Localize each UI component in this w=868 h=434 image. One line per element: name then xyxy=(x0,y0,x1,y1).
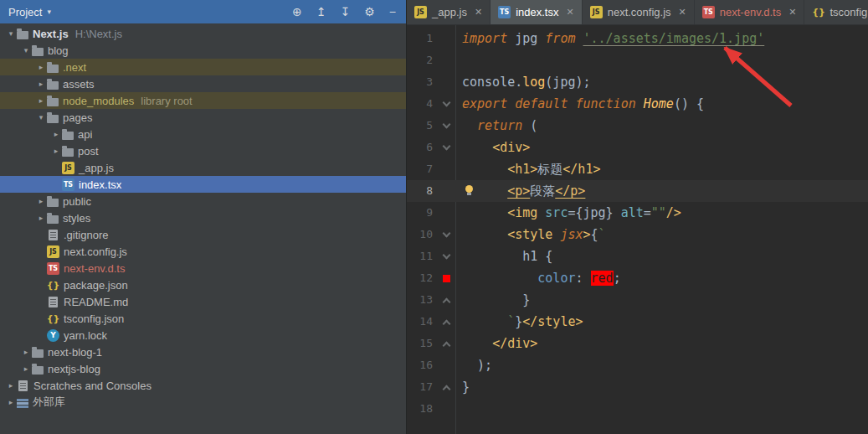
tab-next-env-d-ts[interactable]: TSnext-env.d.ts✕ xyxy=(695,0,805,24)
chevron-right-icon[interactable]: ▸ xyxy=(50,147,62,155)
code-text[interactable]: } xyxy=(455,289,868,311)
tree-item-index-tsx[interactable]: TSindex.tsx xyxy=(0,176,406,193)
locate-file-icon[interactable]: ⊕ xyxy=(292,6,302,18)
line-number[interactable]: 18 xyxy=(407,398,437,420)
tree-item-pages[interactable]: ▾pages xyxy=(0,109,406,126)
chevron-down-icon[interactable]: ▾ xyxy=(35,113,47,121)
fold-marker-icon[interactable] xyxy=(442,229,450,237)
tree-item-nextjs-blog[interactable]: ▸nextjs-blog xyxy=(0,360,406,377)
tree-item-blog[interactable]: ▾blog xyxy=(0,42,406,59)
tree-item-next-js[interactable]: ▾Next.jsH:\Next.js xyxy=(0,25,406,42)
code-text[interactable]: <style jsx>{` xyxy=(455,224,868,245)
fold-marker-icon[interactable] xyxy=(442,120,450,128)
line-number[interactable]: 7 xyxy=(407,158,437,180)
tab-app-js[interactable]: JS_app.js✕ xyxy=(407,0,490,24)
collapse-all-icon[interactable]: ↥ xyxy=(316,6,326,18)
code-text[interactable]: <img src={jpg} alt=""/> xyxy=(455,202,868,224)
tree-item-post[interactable]: ▸post xyxy=(0,142,406,159)
tree-item-node-modules[interactable]: ▸node_moduleslibrary root xyxy=(0,92,406,109)
chevron-right-icon[interactable]: ▸ xyxy=(5,398,17,406)
code-text[interactable]: ); xyxy=(455,354,868,376)
project-view-dropdown[interactable]: Project ▾ xyxy=(8,6,51,18)
code-editor[interactable]: 1import jpg from '../assets/images/1.jpg… xyxy=(407,25,868,434)
tree-item-yarn-lock[interactable]: Yyarn.lock xyxy=(0,327,406,344)
tree-item-app-js[interactable]: JS_app.js xyxy=(0,159,406,176)
code-text[interactable]: color: red; xyxy=(455,267,868,289)
tree-item-package-json[interactable]: {}package.json xyxy=(0,276,406,293)
code-text[interactable]: <p>段落</p> xyxy=(455,180,868,202)
fold-marker-icon[interactable] xyxy=(442,142,450,150)
close-tab-icon[interactable]: ✕ xyxy=(788,7,796,18)
line-number[interactable]: 8 xyxy=(407,180,437,202)
tree-item-api[interactable]: ▸api xyxy=(0,126,406,142)
code-text[interactable]: import jpg from '../assets/images/1.jpg' xyxy=(455,28,868,49)
chevron-right-icon[interactable]: ▸ xyxy=(35,96,47,105)
line-number[interactable]: 15 xyxy=(407,333,437,354)
tree-item-external-libraries[interactable]: ▸外部库 xyxy=(0,394,406,411)
tree-item-assets[interactable]: ▸assets xyxy=(0,75,406,92)
code-text[interactable]: <div> xyxy=(455,137,868,158)
close-tab-icon[interactable]: ✕ xyxy=(475,7,482,18)
code-text[interactable] xyxy=(455,49,868,71)
code-text[interactable]: export default function Home() { xyxy=(455,93,868,115)
tree-item-gitignore[interactable]: .gitignore xyxy=(0,226,406,243)
tab-index-tsx[interactable]: TSindex.tsx✕ xyxy=(490,0,583,24)
code-text[interactable]: </div> xyxy=(455,333,868,354)
line-number[interactable]: 9 xyxy=(407,202,437,224)
fold-marker-icon[interactable] xyxy=(442,297,450,306)
chevron-down-icon[interactable]: ▾ xyxy=(20,46,32,54)
chevron-right-icon[interactable]: ▸ xyxy=(50,130,62,138)
tree-item-next-env-d-ts[interactable]: TSnext-env.d.ts xyxy=(0,260,406,276)
line-number[interactable]: 12 xyxy=(407,267,437,289)
line-number[interactable]: 4 xyxy=(407,93,437,115)
code-text[interactable] xyxy=(455,398,868,420)
hide-icon[interactable]: − xyxy=(389,6,396,18)
tree-item-next-blog-1[interactable]: ▸next-blog-1 xyxy=(0,344,406,360)
line-number[interactable]: 17 xyxy=(407,376,437,398)
line-number[interactable]: 11 xyxy=(407,245,437,267)
code-text[interactable]: <h1>标题</h1> xyxy=(455,158,868,180)
intention-bulb-icon[interactable] xyxy=(465,185,473,193)
line-number[interactable]: 14 xyxy=(407,311,437,333)
fold-marker-icon[interactable] xyxy=(442,385,450,393)
tree-item-next-config-js[interactable]: JSnext.config.js xyxy=(0,243,406,260)
fold-marker-icon[interactable] xyxy=(442,251,450,259)
chevron-right-icon[interactable]: ▸ xyxy=(35,214,47,222)
line-number[interactable]: 13 xyxy=(407,289,437,311)
line-number[interactable]: 5 xyxy=(407,115,437,137)
code-text[interactable]: console.log(jpg); xyxy=(455,71,868,93)
tree-item-scratches-and-consoles[interactable]: ▸Scratches and Consoles xyxy=(0,377,406,394)
chevron-right-icon[interactable]: ▸ xyxy=(35,80,47,88)
line-number[interactable]: 1 xyxy=(407,28,437,49)
fold-marker-icon[interactable] xyxy=(442,341,450,349)
chevron-right-icon[interactable]: ▸ xyxy=(35,197,47,205)
line-number[interactable]: 10 xyxy=(407,224,437,245)
chevron-right-icon[interactable]: ▸ xyxy=(20,348,32,356)
expand-all-icon[interactable]: ↧ xyxy=(341,6,351,18)
tree-item-tsconfig-json[interactable]: {}tsconfig.json xyxy=(0,310,406,327)
tree-item-readme-md[interactable]: README.md xyxy=(0,293,406,310)
tree-item-styles[interactable]: ▸styles xyxy=(0,209,406,226)
settings-icon[interactable]: ⚙ xyxy=(364,6,375,18)
chevron-right-icon[interactable]: ▸ xyxy=(5,381,17,390)
code-text[interactable]: } xyxy=(455,376,868,398)
color-preview-swatch[interactable] xyxy=(443,275,450,282)
code-text[interactable]: `}</style> xyxy=(455,311,868,333)
fold-marker-icon[interactable] xyxy=(442,319,450,328)
tab-next-config-js[interactable]: JSnext.config.js✕ xyxy=(583,0,695,24)
tab-tsconfig-json[interactable]: {}tsconfig.json✕ xyxy=(804,0,868,24)
code-text[interactable]: h1 { xyxy=(455,245,868,267)
close-tab-icon[interactable]: ✕ xyxy=(679,7,686,18)
code-text[interactable]: return ( xyxy=(455,115,868,137)
tree-item-public[interactable]: ▸public xyxy=(0,193,406,209)
tree-item-next[interactable]: ▸.next xyxy=(0,59,406,75)
line-number[interactable]: 6 xyxy=(407,137,437,158)
line-number[interactable]: 3 xyxy=(407,71,437,93)
chevron-right-icon[interactable]: ▸ xyxy=(35,63,47,71)
close-tab-icon[interactable]: ✕ xyxy=(566,7,573,18)
line-number[interactable]: 16 xyxy=(407,354,437,376)
fold-marker-icon[interactable] xyxy=(442,98,450,106)
chevron-down-icon[interactable]: ▾ xyxy=(5,29,17,38)
line-number[interactable]: 2 xyxy=(407,49,437,71)
chevron-right-icon[interactable]: ▸ xyxy=(20,364,32,373)
